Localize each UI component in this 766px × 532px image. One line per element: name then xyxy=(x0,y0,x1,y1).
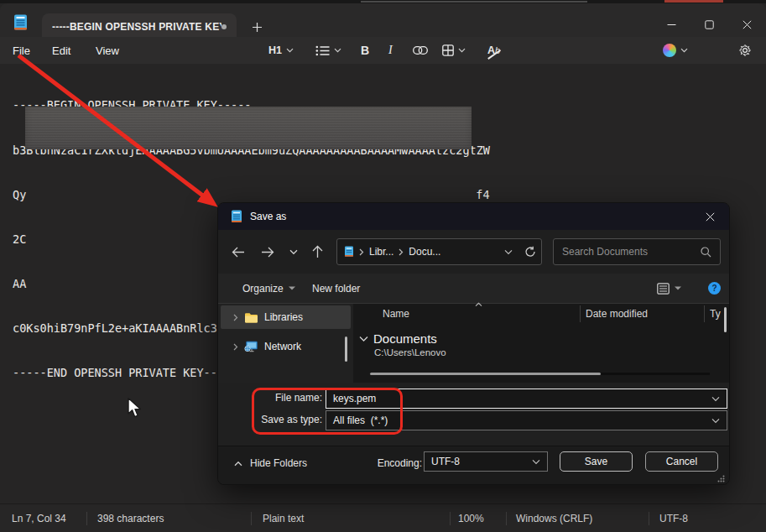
column-header-name[interactable]: Name xyxy=(383,306,409,321)
chevron-down-icon[interactable] xyxy=(711,396,720,402)
insert-table-button[interactable] xyxy=(442,37,466,64)
tree-scrollbar[interactable] xyxy=(345,336,347,362)
breadcrumb-libraries[interactable]: Libr... xyxy=(369,246,393,258)
group-path: C:\Users\Lenovo xyxy=(374,347,446,357)
notepad-menubar: File Edit View H1 B I xyxy=(0,37,766,64)
search-box[interactable] xyxy=(553,238,721,265)
statusbar: Ln 7, Col 34 398 characters Plain text 1… xyxy=(0,503,766,532)
chevron-down-icon[interactable] xyxy=(532,459,540,465)
encoding[interactable]: UTF-8 xyxy=(659,504,688,532)
tree-label-network: Network xyxy=(264,341,301,352)
screen: -----BEGIN OPENSSH PRIVATE KEY- File Edi… xyxy=(0,0,766,532)
heading-style-button[interactable]: H1 xyxy=(268,37,294,64)
refresh-icon[interactable] xyxy=(524,246,536,258)
save-as-type-value: All files (*.*) xyxy=(333,415,388,426)
close-button[interactable] xyxy=(728,13,765,35)
clear-formatting-button[interactable]: Ab xyxy=(487,37,500,64)
cancel-button[interactable]: Cancel xyxy=(645,451,718,472)
encoding-value: UTF-8 xyxy=(431,456,460,467)
arrow-right-icon xyxy=(261,247,274,258)
character-count: 398 characters xyxy=(97,504,164,532)
menu-file[interactable]: File xyxy=(13,37,30,64)
maximize-button[interactable] xyxy=(690,13,727,35)
chevron-down-icon xyxy=(334,48,341,53)
italic-icon: I xyxy=(388,44,393,57)
insert-link-button[interactable] xyxy=(413,37,428,64)
search-input[interactable] xyxy=(562,246,701,258)
dialog-file-browser: Libraries Network Name xyxy=(218,304,729,383)
help-button[interactable]: ? xyxy=(708,274,721,303)
chevron-up-icon xyxy=(234,461,242,467)
breadcrumb-documents[interactable]: Docu... xyxy=(409,246,440,258)
recent-locations-button[interactable] xyxy=(284,242,304,262)
chevron-down-icon[interactable] xyxy=(711,418,720,424)
zoom-level[interactable]: 100% xyxy=(458,504,484,532)
caret-down-icon xyxy=(289,286,295,290)
tree-item-network[interactable]: Network xyxy=(221,335,351,358)
document-format[interactable]: Plain text xyxy=(263,504,304,532)
dialog-filename-section: File name: Save as type: All files (*.*) xyxy=(218,383,729,446)
new-folder-label: New folder xyxy=(312,283,360,295)
save-as-type-combobox[interactable]: All files (*.*) xyxy=(326,410,727,430)
hide-folders-button[interactable]: Hide Folders xyxy=(234,457,307,469)
copilot-icon xyxy=(663,44,676,57)
search-icon xyxy=(701,247,711,258)
file-name-label: File name: xyxy=(218,392,322,404)
dialog-close-button[interactable] xyxy=(691,203,729,230)
unsaved-indicator-dot xyxy=(221,24,227,29)
tree-item-libraries[interactable]: Libraries xyxy=(221,305,351,329)
bold-button[interactable]: B xyxy=(361,37,369,64)
settings-button[interactable] xyxy=(738,37,752,64)
chevron-right-icon[interactable] xyxy=(233,314,238,321)
statusbar-separator xyxy=(86,512,87,525)
line-ending[interactable]: Windows (CRLF) xyxy=(516,504,592,532)
save-button[interactable]: Save xyxy=(560,451,633,472)
view-options-button[interactable] xyxy=(657,274,681,303)
heading-label: H1 xyxy=(268,44,282,56)
resize-grip[interactable] xyxy=(717,475,725,482)
statusbar-separator xyxy=(251,512,252,525)
chevron-down-icon xyxy=(680,48,688,53)
chevron-right-icon[interactable] xyxy=(233,343,238,351)
horizontal-scrollbar-thumb[interactable] xyxy=(370,373,601,375)
chevron-down-icon xyxy=(359,336,368,342)
forward-button[interactable] xyxy=(258,242,278,262)
list-format-button[interactable] xyxy=(315,37,341,64)
background-artifact-red xyxy=(664,0,723,3)
file-name-input[interactable] xyxy=(333,393,706,404)
back-button[interactable] xyxy=(228,242,248,262)
dialog-titlebar: Save as xyxy=(218,203,729,230)
minimize-button[interactable] xyxy=(653,13,690,35)
menu-view[interactable]: View xyxy=(96,37,119,64)
column-separator[interactable] xyxy=(580,305,581,322)
chevron-down-icon xyxy=(289,249,298,255)
copilot-button[interactable] xyxy=(663,37,688,64)
italic-button[interactable]: I xyxy=(388,37,393,64)
group-header-documents[interactable]: Documents xyxy=(359,331,437,346)
column-separator[interactable] xyxy=(704,305,705,322)
dialog-toolbar: Organize New folder ? xyxy=(218,274,729,304)
new-tab-button[interactable] xyxy=(248,18,265,35)
statusbar-separator xyxy=(649,512,649,525)
folder-icon xyxy=(244,312,258,323)
encoding-combobox[interactable]: UTF-8 xyxy=(424,451,548,472)
cursor-position: Ln 7, Col 34 xyxy=(12,504,66,532)
chevron-down-icon[interactable] xyxy=(504,249,513,255)
up-one-level-button[interactable] xyxy=(307,242,327,262)
organize-button[interactable]: Organize xyxy=(242,274,295,303)
new-folder-button[interactable]: New folder xyxy=(312,274,360,303)
hide-folders-label: Hide Folders xyxy=(250,457,307,469)
statusbar-separator xyxy=(450,512,451,525)
encoding-label: Encoding: xyxy=(352,457,422,469)
arrow-up-icon xyxy=(312,245,323,258)
address-bar[interactable]: Libr... Docu... xyxy=(336,238,542,265)
chevron-down-icon xyxy=(458,48,466,53)
file-list-scrollbar[interactable] xyxy=(724,307,727,332)
menu-edit[interactable]: Edit xyxy=(52,37,70,64)
save-as-dialog: Save as xyxy=(217,202,730,485)
column-header-date-modified[interactable]: Date modified xyxy=(586,306,648,321)
column-header-type[interactable]: Ty xyxy=(710,306,721,321)
folder-tree-pane: Libraries Network xyxy=(218,304,353,383)
file-name-combobox[interactable] xyxy=(326,389,727,409)
chevron-right-icon xyxy=(399,248,404,256)
